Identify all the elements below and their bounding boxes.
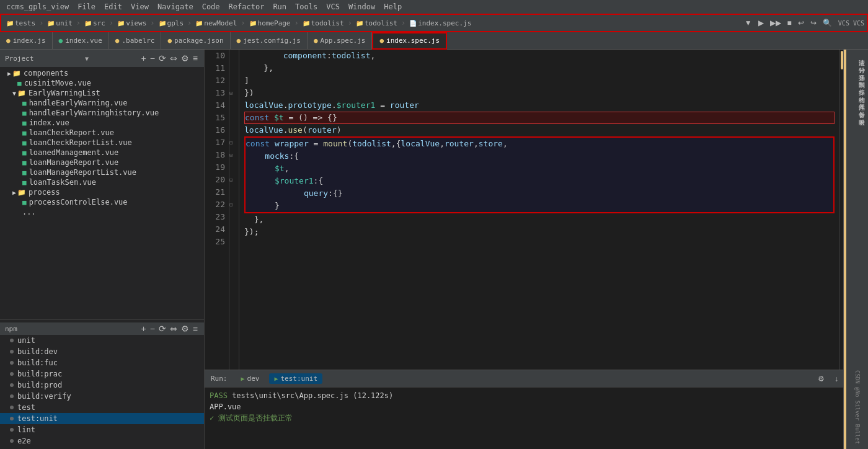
npm-lint[interactable]: lint	[0, 424, 204, 435]
breadcrumb-src[interactable]: 📁 src	[82, 18, 108, 29]
code-area[interactable]: component : todolist , }, ] })	[239, 50, 839, 370]
far-right-btn-7[interactable]: 备份	[848, 104, 867, 109]
menu-app[interactable]: ccms_gpls_view	[2, 1, 73, 12]
fold-btn-20[interactable]: ⊟	[229, 174, 239, 186]
npm-sort-btn[interactable]: ≡	[192, 324, 199, 334]
breadcrumb-todolist1[interactable]: 📁 todolist	[300, 18, 347, 29]
fold-btn-18[interactable]: ⊟	[229, 149, 239, 161]
tree-handleearlywarninghistory[interactable]: ■ handleEarlyWarninghistory.vue	[0, 108, 204, 118]
menu-vcs[interactable]: VCS	[322, 1, 343, 12]
tree-loantasksem[interactable]: ■ loanTaskSem.vue	[0, 177, 204, 187]
far-right-btn-8[interactable]: 映射	[848, 112, 867, 117]
npm-testunit[interactable]: test:unit	[0, 413, 204, 424]
menu-refactor[interactable]: Refactor	[225, 1, 268, 12]
menu-run[interactable]: Run	[269, 1, 290, 12]
tab-indexjs[interactable]: ● index.js	[0, 32, 53, 50]
tab-packagejson[interactable]: ● package.json	[161, 32, 230, 50]
breadcrumb-unit[interactable]: 📁 unit	[45, 18, 75, 29]
tab-indexspec[interactable]: ● index.spec.js	[372, 32, 447, 50]
stop-btn[interactable]: ■	[785, 17, 794, 29]
file-label: handleEarlyWarning.vue	[29, 99, 128, 107]
npm-minus-btn[interactable]: −	[149, 324, 156, 334]
tree-loanmanagereport[interactable]: ■ loanManageReport.vue	[0, 158, 204, 167]
far-right-btn-5[interactable]: 结构	[848, 89, 867, 94]
sidebar-sort-btn[interactable]: ≡	[192, 53, 199, 63]
tree-loancheckreportlist[interactable]: ■ loanCheckReportList.vue	[0, 138, 204, 148]
menu-file[interactable]: File	[74, 1, 99, 12]
npm-label: test	[17, 403, 35, 412]
tab-indexvue[interactable]: ● index.vue	[53, 32, 109, 50]
tab-jestconfig[interactable]: ● jest.config.js	[231, 32, 308, 50]
menu-window[interactable]: Window	[345, 1, 379, 12]
npm-add-btn[interactable]: +	[140, 324, 147, 334]
tab-appspec[interactable]: ● App.spec.js	[308, 32, 372, 50]
sidebar-settings-btn[interactable]: ⚙	[180, 53, 190, 63]
tree-process[interactable]: ▶ 📁 process	[0, 187, 204, 197]
menu-view[interactable]: View	[127, 1, 153, 12]
run-tab-dev[interactable]: ▶ dev	[236, 373, 265, 384]
run-scroll-btn[interactable]: ↓	[832, 373, 841, 385]
breadcrumb-homepage[interactable]: 📁 homePage	[247, 18, 293, 29]
far-right-btn-6[interactable]: 属性	[848, 97, 867, 102]
breadcrumb-indexspec[interactable]: 📄 index.spec.js	[407, 18, 474, 29]
tree-cusinitmove[interactable]: ■ cusinitMove.vue	[0, 78, 204, 88]
debug-btn[interactable]: ▶▶	[768, 17, 784, 29]
breadcrumb-gpls[interactable]: 📁 gpls	[156, 18, 187, 29]
tree-loancheckreport[interactable]: ■ loanCheckReport.vue	[0, 128, 204, 138]
menu-navigate[interactable]: Navigate	[154, 1, 197, 12]
tab-babelrc[interactable]: ● .babelrc	[109, 32, 162, 50]
tree-handleearlywarning[interactable]: ■ handleEarlyWarning.vue	[0, 98, 204, 108]
npm-buildprac[interactable]: build:prac	[0, 368, 204, 380]
dropdown-btn[interactable]: ▼	[742, 17, 755, 29]
fold-space	[229, 50, 239, 62]
run-btn[interactable]: ▶	[756, 17, 766, 29]
npm-refresh-btn[interactable]: ⟳	[157, 324, 167, 334]
npm-settings-btn[interactable]: ⚙	[180, 324, 190, 334]
run-settings-btn[interactable]: ⚙	[815, 373, 827, 385]
far-right-btn-3[interactable]: 限制	[848, 74, 867, 79]
far-right-btn-0[interactable]: 请注	[848, 52, 867, 57]
toolbar: 📁 tests › 📁 unit › 📁 src › 📁 views › 📁 g…	[0, 14, 868, 32]
menu-tools[interactable]: Tools	[291, 1, 321, 12]
npm-unit[interactable]: unit	[0, 335, 204, 346]
undo-btn[interactable]: ↩	[795, 17, 807, 29]
tree-indexvue[interactable]: ■ index.vue	[0, 118, 204, 128]
npm-buildverify[interactable]: build:verify	[0, 391, 204, 402]
sidebar-expand-btn[interactable]: ⇔	[169, 53, 179, 63]
tree-components[interactable]: ▶ 📁 components	[0, 68, 204, 78]
fold-btn-13[interactable]: ⊟	[229, 87, 239, 99]
tree-loanmanagereportlist[interactable]: ■ loanManageReportList.vue	[0, 167, 204, 177]
far-right-btn-2[interactable]: 选择	[848, 67, 867, 72]
npm-expand-btn[interactable]: ⇔	[169, 324, 179, 334]
search-btn[interactable]: 🔍	[820, 17, 835, 29]
tree-earlywarning[interactable]: ▼ 📁 EarlyWarningList	[0, 88, 204, 98]
npm-e2e[interactable]: e2e	[0, 435, 204, 447]
npm-builddev[interactable]: build:dev	[0, 346, 204, 357]
menu-help[interactable]: Help	[380, 1, 405, 12]
redo-btn[interactable]: ↪	[808, 17, 819, 29]
tree-processcontrolelse[interactable]: ■ processControlElse.vue	[0, 197, 204, 207]
run-tab-testunit[interactable]: ▶ test:unit	[269, 373, 322, 384]
fold-btn-22[interactable]: ⊟	[229, 198, 239, 211]
sidebar-minus-btn[interactable]: −	[149, 53, 156, 63]
expand-icon: ▶	[12, 189, 16, 196]
npm-test[interactable]: test	[0, 402, 204, 413]
fold-btn-17[interactable]: ⊟	[229, 136, 239, 149]
breadcrumb-newmodel[interactable]: 📁 newModel	[193, 18, 239, 29]
npm-dot	[10, 383, 14, 387]
breadcrumb-todolist2[interactable]: 📁 todolist	[353, 18, 400, 29]
menu-edit[interactable]: Edit	[100, 1, 126, 12]
sidebar-add-btn[interactable]: +	[140, 53, 147, 63]
vue-icon: ■	[22, 129, 27, 137]
tree-loanedmanagement[interactable]: ■ loanedManagement.vue	[0, 148, 204, 158]
far-right-btn-1[interactable]: 分钟	[848, 60, 867, 64]
breadcrumb-views[interactable]: 📁 views	[115, 18, 149, 29]
breadcrumb-tests[interactable]: 📁 tests	[4, 18, 38, 29]
npm-buildfuc[interactable]: build:fuc	[0, 357, 204, 368]
npm-buildprod[interactable]: build:prod	[0, 380, 204, 391]
code-line-13: })	[244, 87, 835, 99]
menu-code[interactable]: Code	[198, 1, 224, 12]
far-right-btn-4[interactable]: 操作	[848, 82, 867, 87]
code-line-19: $t ,	[246, 162, 833, 175]
sidebar-refresh-btn[interactable]: ⟳	[157, 53, 167, 63]
